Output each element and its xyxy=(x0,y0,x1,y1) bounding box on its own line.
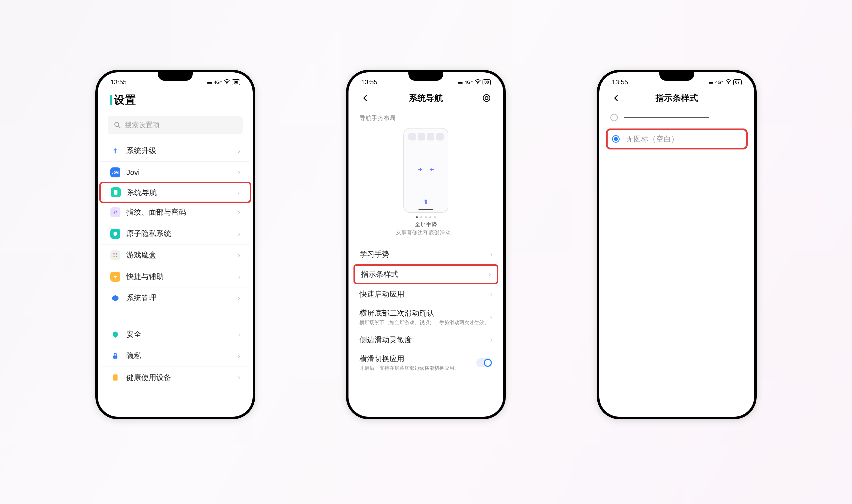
chevron-right-icon: › xyxy=(238,251,240,259)
header: 系统导航 xyxy=(349,88,503,108)
status-bar: 13:55 ▬ 4G⁺ 88 xyxy=(349,72,503,88)
page-title: 设置 xyxy=(98,88,253,113)
svg-rect-8 xyxy=(113,355,117,359)
chevron-right-icon: › xyxy=(238,374,240,381)
status-bar: 13:55 ▬ 4G⁺ 88 xyxy=(98,72,253,88)
svg-point-10 xyxy=(477,83,478,84)
svg-point-5 xyxy=(116,253,117,254)
quick-assist-icon xyxy=(110,272,120,282)
back-button[interactable] xyxy=(610,92,622,104)
search-placeholder: 搜索设置项 xyxy=(125,120,160,130)
back-button[interactable] xyxy=(359,92,371,104)
lock-icon xyxy=(110,351,120,361)
chevron-right-icon: › xyxy=(238,208,240,216)
gesture-preview[interactable]: ➔➔ ⬆ xyxy=(403,128,448,213)
svg-point-4 xyxy=(113,253,114,254)
radio-option-bar[interactable] xyxy=(599,108,754,127)
chevron-right-icon: › xyxy=(490,336,493,344)
row-quick-launch[interactable]: 快速启动应用 › xyxy=(349,284,503,304)
row-horizontal-switch[interactable]: 横滑切换应用 开启后，支持在屏幕底部边缘横滑切换应用。 xyxy=(349,350,503,376)
status-icons: ▬ 4G⁺ 87 xyxy=(709,79,742,85)
row-health[interactable]: 健康使用设备 › xyxy=(100,367,250,388)
chevron-right-icon: › xyxy=(489,270,491,278)
page-title: 指示条样式 xyxy=(656,92,698,104)
status-time: 13:55 xyxy=(612,78,628,86)
signal-icon: ▬ xyxy=(709,79,713,85)
battery-icon: 87 xyxy=(733,79,742,85)
svg-point-6 xyxy=(113,256,114,257)
up-arrow-icon: ⬆ xyxy=(404,198,448,208)
phone-settings: 13:55 ▬ 4G⁺ 88 设置 搜索设置项 系统升级 › xyxy=(95,70,255,419)
svg-rect-3 xyxy=(114,190,118,195)
chevron-right-icon: › xyxy=(238,294,240,302)
network-icon: 4G⁺ xyxy=(715,79,724,85)
game-icon xyxy=(110,250,120,260)
jovi-icon: Jovi xyxy=(110,167,120,177)
radio-checked-icon xyxy=(612,135,620,143)
svg-point-1 xyxy=(115,122,119,126)
row-game-box[interactable]: 游戏魔盒 › xyxy=(100,245,250,266)
row-quick-assist[interactable]: 快捷与辅助 › xyxy=(100,266,250,287)
phone-system-navigation: 13:55 ▬ 4G⁺ 88 系统导航 导航手势布局 ➔➔ ⬆ xyxy=(346,70,506,419)
battery-icon: 88 xyxy=(232,79,240,85)
nav-icon xyxy=(111,187,121,197)
phone-indicator-style: 13:55 ▬ 4G⁺ 87 指示条样式 无图标（空白） xyxy=(597,70,757,419)
search-input[interactable]: 搜索设置项 xyxy=(108,116,243,134)
radio-option-blank[interactable]: 无图标（空白） xyxy=(606,128,748,149)
wifi-icon xyxy=(726,79,731,85)
row-system-management[interactable]: 系统管理 › xyxy=(100,287,250,309)
svg-line-2 xyxy=(119,126,120,128)
row-security[interactable]: 安全 › xyxy=(100,324,250,345)
row-learn-gestures[interactable]: 学习手势 › xyxy=(349,244,503,264)
status-time: 13:55 xyxy=(361,78,377,86)
chevron-right-icon: › xyxy=(238,330,240,339)
signal-icon: ▬ xyxy=(458,79,463,85)
system-management-icon xyxy=(110,293,120,303)
preview-caption: 全屏手势 从屏幕侧边和底部滑动。 xyxy=(349,220,503,237)
row-side-sensitivity[interactable]: 侧边滑动灵敏度 › xyxy=(349,330,503,350)
chevron-right-icon: › xyxy=(490,313,493,321)
fingerprint-icon xyxy=(110,207,120,217)
pager-dots[interactable] xyxy=(349,216,503,218)
chevron-right-icon: › xyxy=(238,147,240,155)
row-system-navigation[interactable]: 系统导航 › xyxy=(99,182,251,203)
status-bar: 13:55 ▬ 4G⁺ 87 xyxy=(599,72,754,88)
chevron-right-icon: › xyxy=(238,230,240,238)
radio-unchecked-icon xyxy=(610,114,618,121)
chevron-right-icon: › xyxy=(238,168,240,176)
svg-point-13 xyxy=(728,83,729,84)
section-label: 导航手势布局 xyxy=(349,108,503,126)
wifi-icon xyxy=(475,79,481,85)
side-arrows-icon: ➔➔ xyxy=(404,166,448,173)
row-system-upgrade[interactable]: 系统升级 › xyxy=(100,140,250,162)
svg-point-12 xyxy=(485,96,488,100)
battery-icon: 88 xyxy=(482,79,491,85)
gear-button[interactable] xyxy=(481,92,492,104)
network-icon: 4G⁺ xyxy=(465,79,473,85)
row-fingerprint-face-password[interactable]: 指纹、面部与密码 › xyxy=(100,202,250,223)
search-icon xyxy=(114,122,121,128)
row-atom-privacy[interactable]: 原子隐私系统 › xyxy=(100,223,250,245)
home-indicator-icon xyxy=(419,209,433,210)
indicator-bar-preview xyxy=(624,117,709,118)
chevron-right-icon: › xyxy=(490,290,493,298)
row-privacy[interactable]: 隐私 › xyxy=(100,345,250,367)
network-icon: 4G⁺ xyxy=(214,79,222,85)
svg-point-7 xyxy=(116,256,117,257)
row-jovi[interactable]: Jovi Jovi › xyxy=(100,162,250,183)
header: 指示条样式 xyxy=(599,88,754,108)
svg-rect-9 xyxy=(113,375,118,381)
page-title: 系统导航 xyxy=(409,92,443,104)
toggle-switch[interactable] xyxy=(476,358,492,367)
chevron-right-icon: › xyxy=(490,251,493,258)
wifi-icon xyxy=(224,79,230,85)
chevron-right-icon: › xyxy=(238,352,240,360)
upgrade-icon xyxy=(110,146,120,156)
chevron-right-icon: › xyxy=(238,273,240,281)
svg-point-0 xyxy=(227,83,227,84)
row-indicator-style[interactable]: 指示条样式 › xyxy=(354,264,498,284)
svg-point-11 xyxy=(483,95,490,102)
status-icons: ▬ 4G⁺ 88 xyxy=(458,79,491,85)
row-landscape-confirm[interactable]: 横屏底部二次滑动确认 横屏场景下（如全屏游戏、视频），手势滑动两次才生效。 › xyxy=(349,304,503,330)
atom-privacy-icon xyxy=(110,229,120,239)
